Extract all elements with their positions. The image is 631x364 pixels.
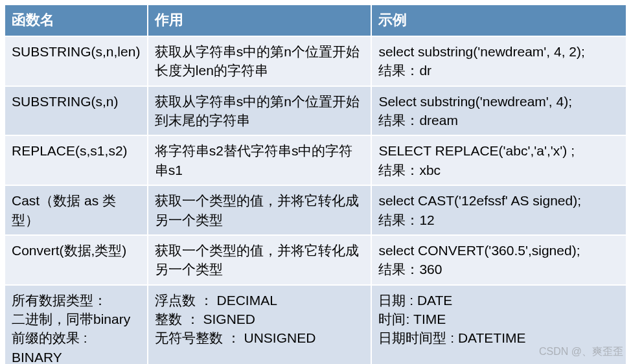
cell-name: SUBSTRING(s,n,len) bbox=[5, 36, 148, 86]
cell-example: select substring('newdream', 4, 2);结果：dr bbox=[371, 36, 626, 86]
table-header-row: 函数名 作用 示例 bbox=[5, 5, 626, 36]
cell-example: select CAST('12efssf' AS signed);结果：12 bbox=[371, 185, 626, 235]
cell-example: select CONVERT('360.5',signed);结果：360 bbox=[371, 235, 626, 285]
cell-desc: 获取从字符串s中的第n个位置开始长度为len的字符串 bbox=[148, 36, 372, 86]
cell-name: 所有数据类型：二进制，同带binary前缀的效果 : BINARY 字符型，可带… bbox=[5, 285, 148, 364]
cell-desc: 获取一个类型的值，并将它转化成另一个类型 bbox=[148, 185, 372, 235]
cell-desc: 获取从字符串s中的第n个位置开始到末尾的字符串 bbox=[148, 86, 372, 136]
table-row: Convert(数据,类型) 获取一个类型的值，并将它转化成另一个类型 sele… bbox=[5, 235, 626, 285]
table-row: SUBSTRING(s,n) 获取从字符串s中的第n个位置开始到末尾的字符串 S… bbox=[5, 86, 626, 136]
table-row: 所有数据类型：二进制，同带binary前缀的效果 : BINARY 字符型，可带… bbox=[5, 285, 626, 364]
col-header-example: 示例 bbox=[371, 5, 626, 36]
cell-desc: 获取一个类型的值，并将它转化成另一个类型 bbox=[148, 235, 372, 285]
table-row: REPLACE(s,s1,s2) 将字符串s2替代字符串s中的字符串s1 SEL… bbox=[5, 135, 626, 185]
cell-name: SUBSTRING(s,n) bbox=[5, 86, 148, 136]
col-header-desc: 作用 bbox=[148, 5, 372, 36]
cell-desc: 将字符串s2替代字符串s中的字符串s1 bbox=[148, 135, 372, 185]
cell-name: REPLACE(s,s1,s2) bbox=[5, 135, 148, 185]
table-row: SUBSTRING(s,n,len) 获取从字符串s中的第n个位置开始长度为le… bbox=[5, 36, 626, 86]
cell-name: Convert(数据,类型) bbox=[5, 235, 148, 285]
table-row: Cast（数据 as 类型） 获取一个类型的值，并将它转化成另一个类型 sele… bbox=[5, 185, 626, 235]
cell-example: 日期 : DATE时间: TIME日期时间型 : DATETIME bbox=[371, 285, 626, 364]
cell-example: Select substring('newdream', 4);结果：dream bbox=[371, 86, 626, 136]
cell-example: SELECT REPLACE('abc','a','x') ;结果：xbc bbox=[371, 135, 626, 185]
function-reference-table: 函数名 作用 示例 SUBSTRING(s,n,len) 获取从字符串s中的第n… bbox=[4, 4, 627, 364]
col-header-name: 函数名 bbox=[5, 5, 148, 36]
cell-desc: 浮点数 ： DECIMAL整数 ： SIGNED无符号整数 ： UNSIGNED bbox=[148, 285, 372, 364]
cell-name: Cast（数据 as 类型） bbox=[5, 185, 148, 235]
